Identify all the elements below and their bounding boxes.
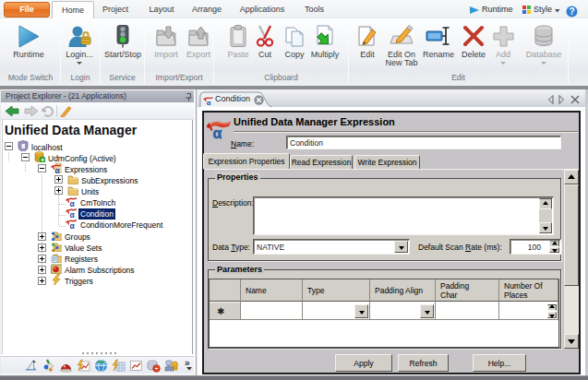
svg-text:α: α	[55, 166, 61, 173]
svg-text:α: α	[70, 210, 76, 219]
svg-text:α: α	[207, 99, 211, 106]
svg-text:?: ?	[569, 6, 574, 17]
svg-text:α: α	[70, 199, 76, 208]
svg-text:α: α	[213, 125, 222, 141]
svg-text:α: α	[70, 221, 76, 230]
